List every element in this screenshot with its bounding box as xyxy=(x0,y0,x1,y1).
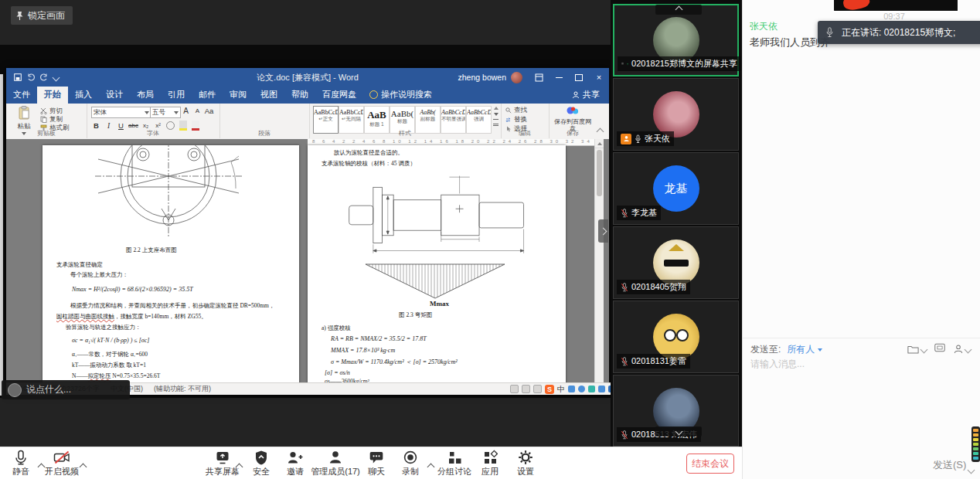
doc-formula: σ = Mmax/W = 1170.4kg/cm² ＜ [σ] = 2570kg… xyxy=(331,358,458,366)
send-to-select[interactable]: 所有人 xyxy=(787,343,822,356)
spellcheck-phrase: 圆柱踏面与曲面线接触 xyxy=(56,313,114,320)
invite-label: 邀请 xyxy=(287,467,304,476)
replace-icon xyxy=(505,117,512,123)
ime-keyboard-icon[interactable] xyxy=(588,386,595,392)
tab-insert[interactable]: 插入 xyxy=(68,87,99,104)
chat-image-attachment[interactable] xyxy=(832,0,959,12)
scroll-down-hint[interactable] xyxy=(655,426,702,437)
close-button[interactable]: × xyxy=(589,68,609,87)
scrollbar-thumb[interactable] xyxy=(597,150,602,196)
web-layout-icon[interactable] xyxy=(533,385,542,393)
mic-on-icon xyxy=(627,59,628,69)
ribbon-tab-row: 文件 开始 插入 设计 布局 引用 邮件 审阅 视图 帮助 百度网盘 操作说明搜… xyxy=(6,87,609,104)
accessibility-status[interactable]: (辅助功能: 不可用) xyxy=(154,384,211,394)
ribbon-display-options-button[interactable] xyxy=(529,68,549,87)
chat-bubble-icon xyxy=(369,450,384,465)
tab-review[interactable]: 审阅 xyxy=(223,87,254,104)
read-mode-icon[interactable] xyxy=(510,385,519,393)
participant-tile[interactable]: 02018131姜雷 xyxy=(613,301,739,373)
tell-me-search[interactable]: 操作说明搜索 xyxy=(363,87,438,104)
doc-formula: σc = α₁√( kT·N / (b·ρp) ) ≤ [σc] xyxy=(72,337,149,344)
font-size-select[interactable]: 五号 xyxy=(150,107,181,118)
scroll-up-hint[interactable] xyxy=(655,5,702,15)
file-button[interactable] xyxy=(907,344,927,355)
apps-button[interactable]: 应用 xyxy=(473,450,507,477)
vertical-scrollbar[interactable] xyxy=(594,139,604,383)
cut-button[interactable]: 剪切 xyxy=(40,107,70,115)
start-video-button[interactable]: 开启视频 xyxy=(42,450,82,477)
ime-language-icon[interactable]: 中 xyxy=(557,384,565,395)
ime-clipboard-icon[interactable] xyxy=(598,386,605,392)
sogou-ime-icon[interactable]: S xyxy=(545,385,554,394)
speaking-now-text: 正在讲话: 02018215郑博文; xyxy=(842,26,955,39)
ime-tool-icon[interactable] xyxy=(568,386,575,392)
copy-button[interactable]: 复制 xyxy=(40,115,70,124)
grow-font-button[interactable]: A xyxy=(181,106,191,116)
mention-button[interactable] xyxy=(953,344,971,355)
styles-scroll-down-icon[interactable] xyxy=(494,113,499,116)
settings-button[interactable]: 设置 xyxy=(509,450,543,477)
security-button[interactable]: 安全 xyxy=(244,450,278,477)
tab-view[interactable]: 视图 xyxy=(254,87,284,104)
styles-group-label: 样式 xyxy=(309,129,501,138)
doc-line: 验算滚轮与轨道之接触应力： xyxy=(66,324,141,331)
shrink-font-button[interactable]: A xyxy=(192,106,202,116)
screenshot-button[interactable] xyxy=(934,342,946,356)
paste-icon xyxy=(18,106,30,120)
minimize-button[interactable] xyxy=(549,68,569,87)
record-button[interactable]: 录制 xyxy=(393,450,428,477)
find-button[interactable]: 查找 xyxy=(501,106,549,115)
print-layout-icon[interactable] xyxy=(522,385,530,393)
save-icon[interactable] xyxy=(14,73,22,81)
quick-comment-bubble[interactable]: 说点什么... xyxy=(2,380,130,399)
font-name-select[interactable]: 宋体 xyxy=(91,107,151,118)
account-name[interactable]: zheng bowen xyxy=(458,73,506,82)
tab-layout[interactable]: 布局 xyxy=(130,87,161,104)
participant-tile[interactable]: 张天依 xyxy=(613,78,739,151)
send-options-caret[interactable] xyxy=(968,462,974,476)
quick-access-caret-icon[interactable] xyxy=(53,73,60,81)
record-icon xyxy=(403,450,418,465)
panel-collapse-tab[interactable] xyxy=(598,219,608,243)
account-avatar[interactable] xyxy=(511,72,522,83)
chat-input[interactable]: 请输入消息... xyxy=(750,358,805,371)
collapse-ribbon-icon[interactable] xyxy=(597,128,604,136)
send-to-caret-icon xyxy=(818,348,822,352)
chat-button[interactable]: 聊天 xyxy=(359,450,393,477)
participant-tile[interactable]: 02018405贺翔 xyxy=(613,226,739,299)
change-case-button[interactable]: Aa xyxy=(204,106,214,116)
meeting-window: 锁定画面 论文.doc [兼容模式] - Word zheng bowen xyxy=(0,0,980,479)
pin-view-button[interactable]: 锁定画面 xyxy=(11,6,73,25)
person-icon xyxy=(953,344,964,355)
quick-access-toolbar xyxy=(6,73,66,81)
mute-button[interactable]: 静音 xyxy=(3,450,39,477)
participant-tile[interactable]: 龙基 李龙基 xyxy=(613,152,739,225)
tab-home[interactable]: 开始 xyxy=(37,87,68,104)
share-button[interactable]: 共享 xyxy=(563,87,609,104)
scroll-up-button[interactable] xyxy=(595,139,604,148)
restore-button[interactable] xyxy=(569,68,589,87)
tab-help[interactable]: 帮助 xyxy=(284,87,315,104)
tab-baidu-netdisk[interactable]: 百度网盘 xyxy=(315,87,363,104)
redo-icon[interactable] xyxy=(40,73,48,81)
manage-members-button[interactable]: 管理成员(17) xyxy=(305,450,366,477)
start-video-label: 开启视频 xyxy=(45,467,79,476)
ribbon-options-icon xyxy=(535,73,543,82)
tab-references[interactable]: 引用 xyxy=(161,87,192,104)
share-options-caret[interactable] xyxy=(236,459,242,473)
breakout-rooms-button[interactable]: 分组讨论 xyxy=(433,450,476,477)
end-meeting-button[interactable]: 结束会议 xyxy=(686,454,734,474)
participant-tile-sharing[interactable]: 02018215郑博文的屏幕共享 xyxy=(613,4,739,76)
undo-icon[interactable] xyxy=(27,73,35,81)
tab-file[interactable]: 文件 xyxy=(6,87,37,104)
replace-button[interactable]: 替换 xyxy=(501,115,549,124)
document-area[interactable]: 8 6 4 2 2 4 6 8 10 12 14 16 18 20 22 24 … xyxy=(6,139,609,383)
styles-scroll-up-icon[interactable] xyxy=(494,107,499,110)
video-options-caret[interactable] xyxy=(80,459,86,473)
styles-more-icon[interactable] xyxy=(493,119,499,126)
tab-design[interactable]: 设计 xyxy=(99,87,130,104)
send-button[interactable]: 发送(S) xyxy=(928,457,971,473)
ime-mic-icon[interactable] xyxy=(578,386,585,392)
doc-line-pre: N—— xyxy=(72,372,87,379)
tab-mailings[interactable]: 邮件 xyxy=(192,87,223,104)
